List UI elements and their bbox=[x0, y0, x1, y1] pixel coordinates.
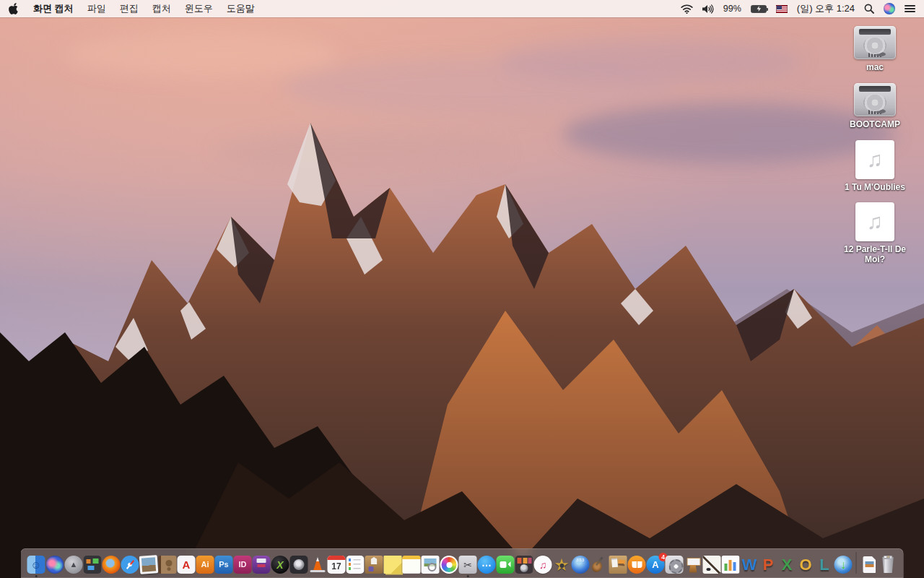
system-preferences-dock-icon[interactable] bbox=[666, 556, 684, 574]
app-store-dock-icon[interactable]: A4 bbox=[647, 556, 665, 574]
launchpad-dock-icon[interactable]: ▲ bbox=[65, 556, 83, 574]
document-file-dock-icon[interactable] bbox=[860, 556, 879, 574]
dock-divider bbox=[856, 552, 857, 574]
dvd-player-dock-icon[interactable]: 333 bbox=[572, 556, 590, 574]
disc-lens-app-dock-icon[interactable] bbox=[290, 556, 308, 574]
desktop-item-audio-1[interactable]: ♫ 1 Tu M'Oublies bbox=[839, 140, 911, 193]
unarchiver-dock-icon[interactable] bbox=[365, 556, 383, 574]
powerpoint-glyph: P bbox=[759, 556, 777, 574]
imovie-dock-icon[interactable]: ★ bbox=[553, 556, 571, 574]
notification-center-icon[interactable] bbox=[905, 5, 915, 12]
photo-viewer-dock-icon[interactable] bbox=[139, 555, 159, 574]
word-glyph: W bbox=[741, 556, 759, 574]
excel-dock-icon[interactable]: X bbox=[778, 556, 796, 574]
itunes-glyph: ♫ bbox=[534, 556, 552, 574]
menu-edit[interactable]: 편집 bbox=[120, 2, 139, 15]
facetime-dock-icon[interactable] bbox=[497, 556, 515, 574]
desktop-label: 1 Tu M'Oublies bbox=[845, 183, 905, 193]
us-flag-input-source-icon[interactable] bbox=[776, 5, 788, 13]
audio-file-icon: ♫ bbox=[855, 140, 894, 179]
excel-glyph: X bbox=[778, 556, 796, 574]
music-note-glyph: ♫ bbox=[867, 147, 884, 172]
outlook-glyph: O bbox=[797, 556, 815, 574]
indesign-dock-icon[interactable]: ID bbox=[234, 556, 252, 574]
vlc-dock-icon[interactable] bbox=[309, 556, 327, 574]
audio-file-icon: ♫ bbox=[855, 202, 894, 241]
finder-dock-icon[interactable]: ☺ bbox=[27, 556, 45, 574]
mission-control-dock-icon[interactable] bbox=[84, 556, 102, 574]
grab-glyph: ✂ bbox=[459, 556, 477, 574]
desktop-item-bootcamp[interactable]: BOOTCAMP bbox=[839, 83, 911, 130]
messages-dock-icon[interactable]: … bbox=[478, 556, 496, 574]
garageband-dock-icon[interactable] bbox=[590, 556, 609, 574]
web-downloader-glyph: ↓ bbox=[834, 556, 853, 574]
siri-menu-icon[interactable] bbox=[884, 3, 895, 14]
preview-dock-icon[interactable] bbox=[422, 556, 440, 574]
menu-clock[interactable]: (일) 오후 1:24 bbox=[797, 2, 855, 15]
photo-booth-dock-icon[interactable] bbox=[515, 556, 533, 574]
outlook-dock-icon[interactable]: O bbox=[797, 556, 815, 574]
menu-app-name[interactable]: 화면 캡처 bbox=[33, 2, 74, 15]
finder-glyph: ☺ bbox=[27, 556, 45, 574]
music-note-glyph: ♫ bbox=[867, 210, 884, 234]
battery-icon[interactable] bbox=[751, 5, 767, 13]
word-dock-icon[interactable]: W bbox=[741, 556, 759, 574]
imovie-glyph: ★ bbox=[553, 556, 571, 574]
calendar-dock-icon[interactable]: 17 bbox=[328, 556, 346, 574]
illustrator-dock-icon[interactable]: Ai bbox=[196, 556, 214, 574]
itunes-dock-icon[interactable]: ♫ bbox=[534, 556, 552, 574]
desktop-label: 12 Parle-T-Il De Moi? bbox=[839, 245, 911, 265]
menu-capture[interactable]: 캡처 bbox=[152, 2, 171, 15]
safari-dock-icon[interactable] bbox=[121, 556, 139, 574]
photoshop-dock-icon[interactable]: Ps bbox=[215, 556, 233, 574]
finder-running-indicator bbox=[35, 575, 38, 578]
spotlight-icon[interactable] bbox=[864, 4, 874, 14]
scrapbook-app-dock-icon[interactable] bbox=[609, 556, 627, 574]
dvd-player-display-text: 333 bbox=[572, 558, 590, 562]
menu-help[interactable]: 도움말 bbox=[227, 2, 255, 15]
hard-drive-icon bbox=[854, 83, 896, 116]
powerpoint-dock-icon[interactable]: P bbox=[759, 556, 777, 574]
toast-titanium-dock-icon[interactable] bbox=[253, 556, 271, 574]
siri-dock-icon[interactable] bbox=[46, 556, 64, 574]
xbmc-glyph: X bbox=[271, 556, 289, 574]
desktop-item-mac[interactable]: mac bbox=[839, 26, 911, 73]
acrobat-reader-glyph: A bbox=[178, 556, 196, 574]
indesign-glyph: ID bbox=[234, 556, 252, 574]
grab-dock-icon[interactable]: ✂ bbox=[459, 556, 477, 574]
stickies-dock-icon[interactable] bbox=[384, 556, 402, 574]
apple-menu-icon[interactable] bbox=[9, 3, 19, 14]
photos-dock-icon[interactable] bbox=[440, 556, 458, 574]
sierra-wallpaper bbox=[0, 0, 924, 578]
numbers-dock-icon[interactable] bbox=[722, 556, 740, 574]
launchpad-glyph: ▲ bbox=[65, 556, 83, 574]
lync-glyph: L bbox=[816, 556, 834, 574]
desktop-icon-column: mac BOOTCAMP ♫ 1 Tu M'Oublies ♫ 12 Parle… bbox=[839, 26, 911, 275]
menu-bar: 화면 캡처 파일 편집 캡처 윈도우 도움말 bbox=[0, 0, 924, 17]
pages-dock-icon[interactable] bbox=[703, 556, 721, 574]
grab-running-indicator bbox=[466, 575, 469, 578]
battery-percent: 99% bbox=[723, 4, 741, 14]
xbmc-dock-icon[interactable]: X bbox=[271, 556, 289, 574]
keynote-dock-icon[interactable] bbox=[684, 556, 702, 574]
firefox-dock-icon[interactable] bbox=[103, 556, 121, 574]
photoshop-glyph: Ps bbox=[215, 556, 233, 574]
contacts-dock-icon[interactable] bbox=[159, 556, 177, 574]
menu-window[interactable]: 윈도우 bbox=[185, 2, 213, 15]
acrobat-reader-dock-icon[interactable]: A bbox=[178, 556, 196, 574]
desktop-item-audio-2[interactable]: ♫ 12 Parle-T-Il De Moi? bbox=[839, 202, 911, 265]
wifi-icon[interactable] bbox=[681, 4, 693, 14]
menu-file[interactable]: 파일 bbox=[87, 2, 106, 15]
illustrator-glyph: Ai bbox=[196, 556, 214, 574]
notes-dock-icon[interactable] bbox=[403, 556, 421, 574]
volume-icon[interactable] bbox=[702, 4, 714, 14]
calendar-date-text: 17 bbox=[328, 561, 346, 571]
trash-dock-icon[interactable] bbox=[879, 556, 897, 574]
hard-drive-icon bbox=[854, 26, 896, 59]
desktop-label: BOOTCAMP bbox=[850, 120, 900, 130]
charging-bolt-icon bbox=[757, 6, 762, 12]
reminders-dock-icon[interactable] bbox=[346, 556, 365, 574]
web-downloader-dock-icon[interactable]: ↓ bbox=[834, 556, 853, 574]
ibooks-dock-icon[interactable] bbox=[628, 556, 646, 574]
lync-dock-icon[interactable]: L bbox=[816, 556, 834, 574]
